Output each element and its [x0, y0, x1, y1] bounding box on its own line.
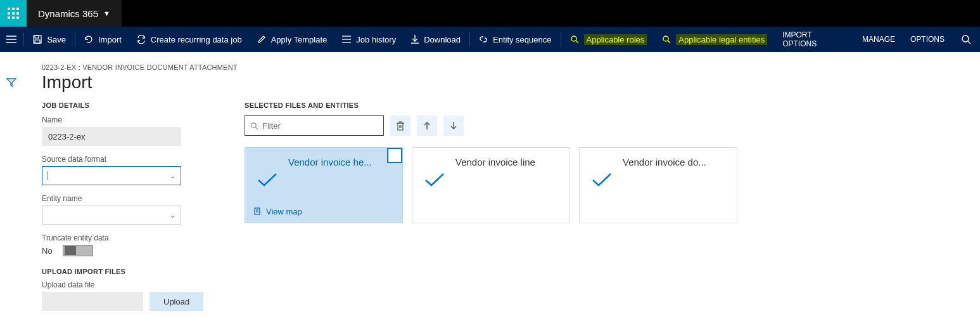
app-name-dropdown[interactable]: Dynamics 365 ▼ [27, 0, 122, 27]
upload-file-label: Upload data file [42, 280, 207, 289]
svg-rect-2 [16, 8, 19, 10]
entity-card-title: Vendor invoice he... [288, 157, 392, 167]
svg-point-22 [663, 36, 668, 41]
link-icon [479, 35, 488, 44]
entity-name-label: Entity name [42, 194, 207, 203]
svg-rect-14 [35, 40, 40, 43]
upload-button[interactable]: Upload [150, 292, 203, 311]
entity-filter-input[interactable] [245, 115, 384, 136]
svg-line-21 [576, 41, 578, 43]
entity-card-title: Vendor invoice line [455, 157, 559, 167]
divider [469, 32, 470, 46]
entity-name-select[interactable]: ⌄ [42, 206, 181, 225]
name-label: Name [42, 115, 207, 124]
save-button[interactable]: Save [25, 27, 73, 52]
upload-file-field[interactable] [42, 292, 143, 311]
create-recurring-button[interactable]: Create recurring data job [129, 27, 250, 52]
svg-rect-1 [12, 8, 15, 10]
manage-menu[interactable]: MANAGE [855, 27, 903, 52]
import-button[interactable]: Import [77, 27, 129, 52]
left-gutter [0, 52, 23, 321]
apply-template-button[interactable]: Apply Template [250, 27, 335, 52]
list-icon [342, 36, 351, 43]
svg-rect-5 [16, 12, 19, 15]
entity-card[interactable]: Vendor invoice do... [579, 147, 737, 223]
save-icon [33, 35, 42, 44]
create-recurring-label: Create recurring data job [151, 35, 242, 44]
apply-template-label: Apply Template [271, 35, 328, 44]
page-title: Import [42, 72, 961, 93]
view-map-link[interactable]: View map [254, 207, 302, 216]
check-icon [257, 171, 278, 190]
breadcrumb: 0223-2-EX : VENDOR INVOICE DOCUMENT ATTA… [42, 63, 961, 71]
view-map-label: View map [266, 207, 302, 216]
divider [561, 32, 561, 46]
source-format-select[interactable]: ⌄ [42, 166, 181, 185]
job-history-label: Job history [356, 35, 396, 44]
app-launcher-button[interactable] [0, 0, 27, 27]
divider [75, 32, 75, 46]
delete-button[interactable] [390, 115, 410, 136]
svg-line-23 [668, 41, 670, 43]
entity-cards: Vendor invoice he... View map Vendor inv… [245, 147, 961, 223]
job-details-heading: JOB DETAILS [42, 102, 207, 109]
trash-icon [396, 121, 405, 131]
check-icon [591, 171, 613, 190]
recurring-icon [137, 35, 146, 44]
truncate-toggle[interactable] [63, 245, 93, 256]
app-name-label: Dynamics 365 [38, 8, 98, 19]
svg-rect-8 [16, 16, 19, 19]
svg-rect-4 [12, 12, 15, 15]
save-label: Save [47, 35, 66, 44]
source-format-value [48, 171, 49, 180]
filter-pane-button[interactable] [6, 77, 16, 89]
entity-sequence-button[interactable]: Entity sequence [471, 27, 559, 52]
svg-rect-13 [35, 36, 39, 38]
search-icon [250, 122, 258, 130]
upload-heading: UPLOAD IMPORT FILES [42, 268, 207, 275]
job-history-button[interactable]: Job history [334, 27, 404, 52]
applicable-legal-entities-label: Applicable legal entities [676, 34, 767, 45]
options-menu[interactable]: OPTIONS [903, 27, 952, 52]
map-icon [254, 207, 262, 216]
name-field[interactable]: 0223-2-ex [42, 127, 181, 146]
import-options-menu[interactable]: IMPORT OPTIONS [775, 27, 855, 52]
menu-button[interactable] [0, 27, 22, 52]
chevron-down-icon: ▼ [103, 10, 110, 17]
svg-line-28 [255, 127, 258, 129]
top-bar: Dynamics 365 ▼ [0, 0, 980, 27]
import-label: Import [98, 35, 122, 44]
pencil-icon [257, 35, 266, 44]
svg-rect-29 [398, 123, 403, 130]
search-icon [662, 35, 671, 44]
download-button[interactable]: Download [404, 27, 468, 52]
source-format-label: Source data format [42, 155, 207, 164]
download-icon [411, 35, 419, 44]
truncate-label: Truncate entity data [42, 233, 207, 242]
chevron-down-icon: ⌄ [170, 172, 175, 180]
svg-rect-7 [12, 16, 15, 19]
action-bar: Save Import Create recurring data job Ap… [0, 27, 980, 52]
search-icon [961, 34, 971, 44]
search-icon [570, 35, 579, 44]
global-search-button[interactable] [952, 27, 980, 52]
content: 0223-2-EX : VENDOR INVOICE DOCUMENT ATTA… [23, 52, 980, 321]
check-icon [424, 171, 445, 190]
download-label: Download [424, 35, 461, 44]
entity-card-title: Vendor invoice do... [623, 157, 727, 167]
svg-marker-26 [7, 79, 16, 86]
arrow-up-icon [423, 121, 431, 130]
move-up-button[interactable] [417, 115, 437, 136]
chevron-down-icon: ⌄ [170, 211, 175, 219]
applicable-legal-entities-button[interactable]: Applicable legal entities [654, 27, 775, 52]
move-down-button[interactable] [443, 115, 464, 136]
svg-rect-36 [255, 208, 260, 214]
hamburger-icon [6, 36, 16, 43]
filter-text[interactable] [262, 121, 378, 131]
svg-rect-3 [8, 12, 10, 15]
card-select-checkbox[interactable] [387, 148, 402, 163]
entity-card[interactable]: Vendor invoice he... View map [245, 147, 403, 223]
entity-card[interactable]: Vendor invoice line [412, 147, 570, 223]
applicable-roles-button[interactable]: Applicable roles [563, 27, 655, 52]
svg-rect-0 [8, 8, 10, 10]
